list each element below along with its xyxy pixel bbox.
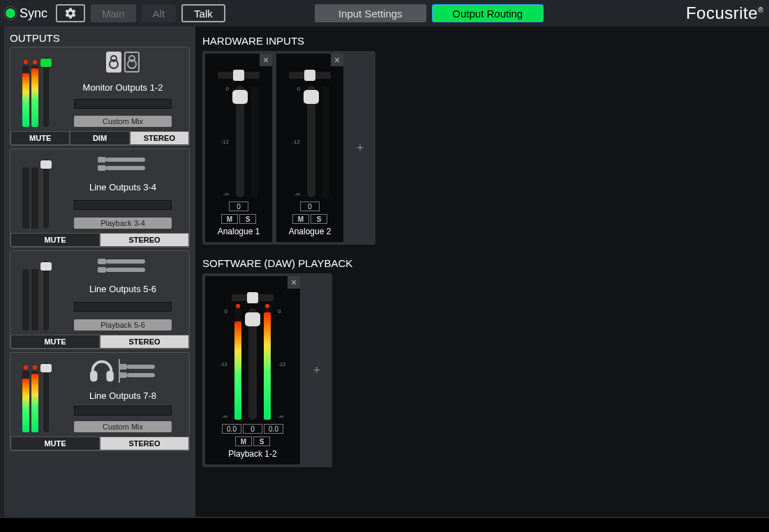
sw-playback-header: SOFTWARE (DAW) PLAYBACK — [202, 257, 762, 269]
outputs-panel: OUTPUTS Monitor Outputs 1-2 Custom Mix — [0, 26, 195, 517]
channel-value-r: 0.0 — [264, 424, 283, 434]
output-mix-label[interactable]: Custom Mix — [74, 116, 172, 127]
settings-button[interactable] — [56, 4, 85, 22]
output-name-field[interactable] — [74, 99, 172, 109]
speaker-icon — [106, 52, 121, 73]
output-meters — [16, 255, 55, 330]
channel-fader[interactable] — [236, 86, 244, 197]
solo-toggle[interactable]: S — [253, 436, 270, 446]
sync-led-icon — [6, 8, 15, 18]
channel-value-l: 0.0 — [222, 424, 241, 434]
channel-name: Playback 1-2 — [228, 449, 276, 459]
output-fader[interactable] — [43, 363, 49, 432]
bottom-bar — [0, 517, 769, 532]
sw-playback-row: × 0-12-∞ 0-12-∞ 0.0 0 0.0 — [202, 273, 332, 467]
pan-slider[interactable] — [232, 294, 274, 301]
input-settings-tab[interactable]: Input Settings — [315, 4, 426, 22]
channel-meter — [234, 308, 241, 420]
output-mix-label[interactable]: Playback 5-6 — [74, 319, 172, 330]
channel-meter — [251, 86, 258, 197]
output-title: Monitor Outputs 1-2 — [83, 82, 163, 93]
output-routing-tab[interactable]: Output Routing — [432, 4, 544, 22]
mute-button[interactable]: MUTE — [10, 233, 100, 247]
output-fader[interactable] — [43, 261, 49, 330]
output-meters — [16, 52, 55, 127]
output-card-line56[interactable]: Line Outputs 5-6 Playback 5-6 MUTE STERE… — [10, 250, 190, 349]
pan-slider[interactable] — [218, 72, 260, 79]
headphone-icon — [88, 357, 116, 385]
output-fader[interactable] — [43, 159, 49, 229]
output-meters — [16, 357, 55, 432]
mute-toggle[interactable]: M — [292, 214, 309, 224]
channel-analogue1[interactable]: × 0-12-∞ 0 M S Analogue 1 — [205, 54, 272, 242]
output-name-field[interactable] — [74, 200, 172, 210]
svg-rect-1 — [107, 372, 112, 381]
talk-tab[interactable]: Talk — [181, 4, 225, 22]
output-mix-label[interactable]: Custom Mix — [74, 421, 172, 432]
speaker-icon — [124, 52, 140, 73]
channel-meter — [264, 308, 271, 420]
channel-fader[interactable] — [248, 308, 257, 420]
hw-inputs-header: HARDWARE INPUTS — [202, 35, 762, 47]
output-name-field[interactable] — [74, 406, 172, 416]
mute-button[interactable]: MUTE — [10, 436, 100, 450]
scale: 0-12-∞ — [290, 86, 300, 197]
channel-fader[interactable] — [307, 86, 315, 197]
hw-inputs-row: × 0-12-∞ 0 M S Analogue 1 × — [202, 51, 375, 245]
workspace: OUTPUTS Monitor Outputs 1-2 Custom Mix — [0, 26, 769, 517]
output-name-field[interactable] — [74, 302, 172, 312]
cable-icon — [98, 255, 148, 276]
output-card-line34[interactable]: Line Outputs 3-4 Playback 3-4 MUTE STERE… — [10, 149, 190, 248]
output-fader[interactable] — [43, 57, 49, 127]
close-icon[interactable]: × — [288, 276, 300, 289]
stereo-button[interactable]: STEREO — [100, 335, 189, 349]
stereo-button[interactable]: STEREO — [100, 233, 189, 247]
channel-value: 0 — [300, 202, 320, 211]
solo-toggle[interactable]: S — [311, 214, 327, 224]
add-hw-channel-button[interactable]: + — [348, 54, 373, 242]
output-meters — [16, 153, 55, 229]
sync-status: Sync — [6, 6, 47, 21]
sync-label: Sync — [20, 6, 47, 21]
output-title: Line Outputs 5-6 — [89, 284, 156, 294]
stereo-button[interactable]: STEREO — [100, 436, 189, 450]
close-icon[interactable]: × — [331, 54, 343, 66]
alt-tab[interactable]: Alt — [142, 4, 177, 22]
mute-toggle[interactable]: M — [221, 214, 238, 224]
solo-toggle[interactable]: S — [239, 214, 256, 224]
scale: 0-12-∞ — [219, 86, 229, 197]
stereo-button[interactable]: STEREO — [130, 131, 189, 145]
channel-name: Analogue 2 — [289, 227, 331, 236]
svg-rect-0 — [91, 372, 96, 381]
dim-button[interactable]: DIM — [70, 131, 129, 145]
scale: 0-12-∞ — [278, 308, 288, 420]
channel-value: 0 — [229, 202, 248, 211]
mute-button[interactable]: MUTE — [10, 131, 70, 145]
close-icon[interactable]: × — [260, 54, 272, 66]
gear-icon — [64, 7, 77, 20]
outputs-header: OUTPUTS — [10, 32, 190, 47]
cable-icon — [123, 360, 158, 381]
output-card-monitor[interactable]: Monitor Outputs 1-2 Custom Mix MUTE DIM … — [10, 47, 190, 146]
brand-logo: Focusrite® — [686, 3, 763, 23]
mixer-area: HARDWARE INPUTS × 0-12-∞ 0 M S Anal — [195, 26, 769, 517]
cable-icon — [98, 153, 148, 174]
topbar: Sync Main Alt Talk Input Settings Output… — [0, 0, 769, 26]
channel-value-c: 0 — [243, 424, 262, 434]
channel-name: Analogue 1 — [218, 227, 260, 236]
output-card-line78[interactable]: Line Outputs 7-8 Custom Mix MUTE STEREO — [10, 352, 190, 451]
mute-button[interactable]: MUTE — [10, 335, 100, 349]
channel-playback12[interactable]: × 0-12-∞ 0-12-∞ 0.0 0 0.0 — [205, 276, 300, 464]
main-tab[interactable]: Main — [91, 4, 136, 22]
output-title: Line Outputs 7-8 — [89, 390, 156, 401]
pan-slider[interactable] — [289, 72, 331, 79]
add-sw-channel-button[interactable]: + — [304, 276, 329, 464]
mute-toggle[interactable]: M — [235, 436, 252, 446]
scale: 0-12-∞ — [218, 308, 227, 420]
output-mix-label[interactable]: Playback 3-4 — [74, 218, 172, 229]
channel-meter — [322, 86, 329, 197]
output-title: Line Outputs 3-4 — [89, 182, 156, 192]
channel-analogue2[interactable]: × 0-12-∞ 0 M S Analogue 2 — [276, 54, 343, 242]
